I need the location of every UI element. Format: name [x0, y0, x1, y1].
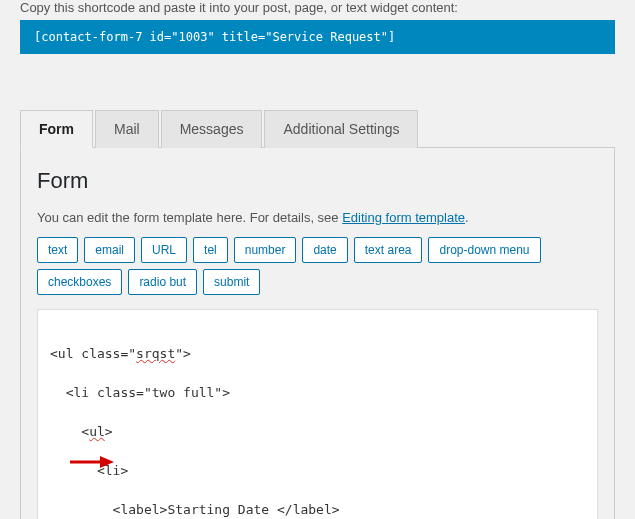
tag-buttons-group: text email URL tel number date text area…	[37, 237, 598, 295]
tag-tel-button[interactable]: tel	[193, 237, 228, 263]
link-editing-form-template[interactable]: Editing form template	[342, 210, 465, 225]
tag-checkboxes-button[interactable]: checkboxes	[37, 269, 122, 295]
form-code-editor[interactable]: <ul class="srqst"> <li class="two full">…	[37, 309, 598, 519]
tag-text-button[interactable]: text	[37, 237, 78, 263]
desc-text-post: .	[465, 210, 469, 225]
tab-content-form: Form You can edit the form template here…	[20, 148, 615, 519]
tag-url-button[interactable]: URL	[141, 237, 187, 263]
tag-submit-button[interactable]: submit	[203, 269, 260, 295]
tag-textarea-button[interactable]: text area	[354, 237, 423, 263]
tab-mail[interactable]: Mail	[95, 110, 159, 148]
form-description: You can edit the form template here. For…	[37, 210, 598, 225]
shortcode-instruction: Copy this shortcode and paste it into yo…	[20, 0, 615, 15]
tag-date-button[interactable]: date	[302, 237, 347, 263]
tag-number-button[interactable]: number	[234, 237, 297, 263]
tab-form[interactable]: Form	[20, 110, 93, 148]
tabs: Form Mail Messages Additional Settings	[20, 109, 615, 148]
tag-radio-button[interactable]: radio but	[128, 269, 197, 295]
form-heading: Form	[37, 168, 598, 194]
tag-email-button[interactable]: email	[84, 237, 135, 263]
shortcode-bar[interactable]: [contact-form-7 id="1003" title="Service…	[20, 20, 615, 54]
tag-dropdown-button[interactable]: drop-down menu	[428, 237, 540, 263]
tab-messages[interactable]: Messages	[161, 110, 263, 148]
tab-additional-settings[interactable]: Additional Settings	[264, 110, 418, 148]
desc-text-pre: You can edit the form template here. For…	[37, 210, 342, 225]
